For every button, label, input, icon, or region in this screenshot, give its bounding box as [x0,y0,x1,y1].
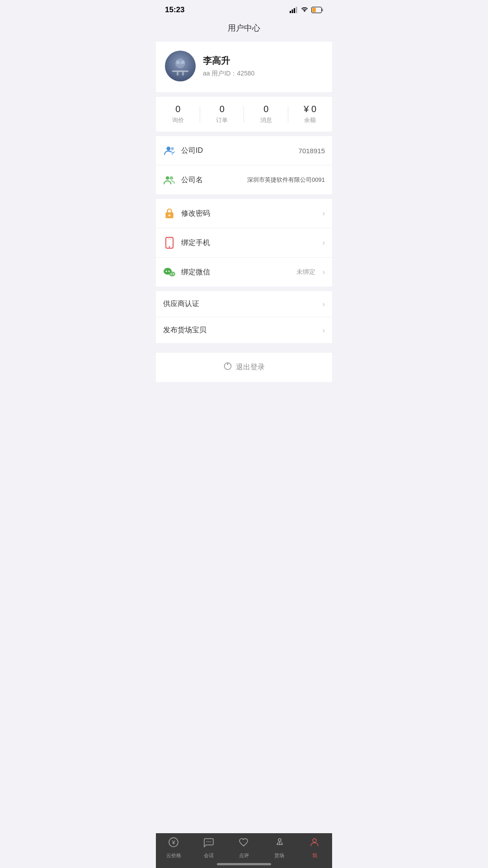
company-id-value: 7018915 [299,147,325,155]
wechat-icon [163,266,176,278]
svg-point-17 [166,176,169,180]
svg-point-12 [176,61,180,64]
svg-rect-0 [290,11,291,13]
publish-goods-row[interactable]: 发布货场宝贝 › [156,317,332,343]
stat-inquiry-value: 0 [175,104,180,114]
svg-rect-20 [169,214,170,216]
signal-icon [290,7,298,13]
tab-review-icon [239,837,249,850]
stat-inquiry-label: 询价 [172,116,184,124]
stat-balance[interactable]: ¥ 0 余额 [288,104,333,124]
svg-point-34 [208,841,209,842]
svg-rect-1 [292,9,293,13]
stat-inquiry[interactable]: 0 询价 [156,104,200,124]
company-id-label: 公司ID [181,146,293,156]
svg-point-29 [173,274,174,274]
bind-phone-label: 绑定手机 [181,238,317,248]
wifi-icon [300,7,309,13]
lock-icon [163,207,176,220]
tab-me-label: 我 [312,852,317,859]
svg-rect-23 [168,239,171,239]
svg-point-37 [313,839,316,842]
bind-phone-row[interactable]: 绑定手机 › [156,228,332,258]
bind-phone-chevron: › [323,239,325,247]
tab-market-icon [274,837,285,850]
tab-me-icon [309,837,320,850]
svg-point-14 [167,146,171,151]
tab-yunjiage-icon: ¥ [168,837,179,850]
svg-point-35 [210,841,211,842]
svg-rect-9 [177,72,178,75]
svg-point-27 [169,272,175,277]
svg-text:¥: ¥ [171,839,175,846]
tab-chat-label: 会话 [204,852,214,859]
stat-balance-value: ¥ 0 [304,104,316,114]
change-password-chevron: › [323,209,325,217]
publish-goods-label: 发布货场宝贝 [163,326,317,335]
svg-rect-8 [172,71,188,72]
stat-order[interactable]: 0 订单 [200,104,244,124]
svg-rect-2 [294,8,295,13]
svg-point-26 [169,271,170,272]
menu-section: 修改密码 › 绑定手机 › [156,199,332,287]
tab-yunjiage-label: 云价格 [166,852,181,859]
page-title: 用户中心 [228,24,260,33]
supplier-cert-row[interactable]: 供应商认证 › [156,291,332,317]
home-indicator [217,863,271,865]
company-name-row: 公司名 深圳市英捷软件有限公司0091 [156,165,332,194]
bind-wechat-status: 未绑定 [296,268,315,276]
svg-point-28 [170,274,171,274]
profile-user-id: aa 用户ID：42580 [203,70,254,78]
tab-market-label: 货场 [274,852,284,859]
stat-message[interactable]: 0 消息 [244,104,288,124]
status-icons [290,7,323,13]
logout-icon [223,362,232,373]
company-info-section: 公司ID 7018915 公司名 深圳市英捷软件有限公司0091 [156,136,332,194]
supplier-cert-label: 供应商认证 [163,299,317,309]
svg-point-13 [181,61,184,64]
tab-market[interactable]: 货场 [262,837,297,859]
company-id-icon [163,144,176,157]
page-header: 用户中心 [156,18,332,42]
bind-wechat-row[interactable]: 绑定微信 未绑定 › [156,258,332,287]
status-time: 15:23 [165,5,184,14]
logout-text: 退出登录 [236,363,265,372]
logout-section[interactable]: 退出登录 [156,352,332,382]
tab-me[interactable]: 我 [297,837,332,859]
company-id-row: 公司ID 7018915 [156,136,332,165]
stat-message-label: 消息 [260,116,272,124]
svg-point-22 [169,246,170,248]
avatar-image [165,51,196,81]
bind-wechat-chevron: › [323,268,325,276]
company-name-value: 深圳市英捷软件有限公司0091 [247,176,325,184]
stat-order-label: 订单 [216,116,228,124]
profile-name: 李高升 [203,55,254,67]
company-name-icon [163,174,176,186]
tab-chat-icon [203,837,214,850]
svg-rect-6 [312,8,316,12]
tab-review[interactable]: 点评 [226,837,262,859]
change-password-label: 修改密码 [181,209,317,218]
svg-point-33 [206,841,207,842]
svg-point-15 [171,147,174,150]
svg-rect-5 [322,9,323,11]
avatar[interactable] [165,51,196,81]
supplier-cert-chevron: › [323,300,325,308]
stat-order-value: 0 [220,104,225,114]
tab-yunjiage[interactable]: ¥ 云价格 [156,837,191,859]
svg-point-18 [170,176,174,180]
svg-rect-10 [182,72,184,75]
status-bar: 15:23 [156,0,332,18]
profile-section: 李高升 aa 用户ID：42580 [156,42,332,92]
change-password-row[interactable]: 修改密码 › [156,199,332,228]
stat-balance-label: 余额 [304,116,316,124]
publish-goods-chevron: › [323,326,325,335]
svg-point-25 [166,271,167,272]
svg-rect-3 [296,7,297,13]
tab-chat[interactable]: 会话 [191,837,226,859]
tab-review-label: 点评 [239,852,249,859]
company-name-label: 公司名 [181,175,242,185]
battery-icon [311,7,323,13]
phone-icon [163,236,176,249]
extra-menu-section: 供应商认证 › 发布货场宝贝 › [156,291,332,343]
